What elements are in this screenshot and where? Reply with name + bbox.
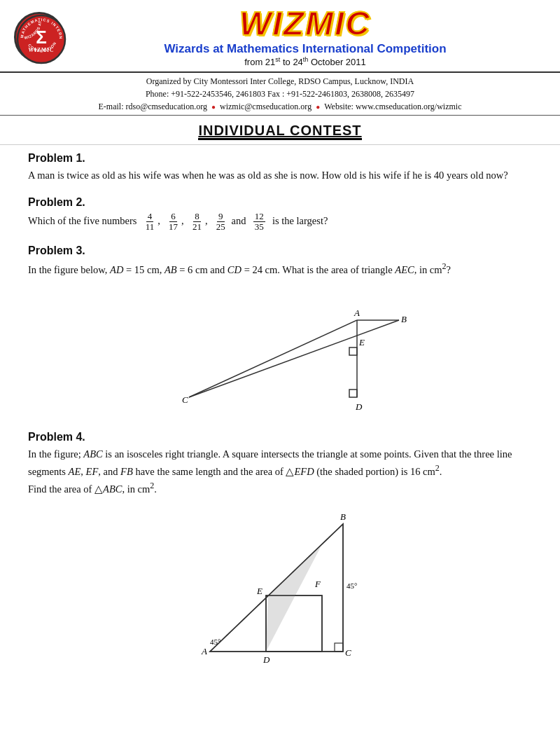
contest-title-section: INDIVIDUAL CONTEST xyxy=(0,116,560,145)
frac-den: 17 xyxy=(167,222,179,232)
problem-1: Problem 1. A man is twice as old as his … xyxy=(28,152,532,183)
header-center: WIZMIC Wizards at Mathematics Internatio… xyxy=(64,7,546,67)
svg-text:A: A xyxy=(201,646,207,656)
svg-text:C: C xyxy=(345,647,351,658)
frac-den: 25 xyxy=(215,222,227,232)
svg-text:D: D xyxy=(355,401,363,412)
problem-4-body: In the figure; ABC is an isosceles right… xyxy=(28,446,532,497)
event-dates: from 21st to 24th October 2011 xyxy=(71,56,539,67)
problem-1-title: Problem 1. xyxy=(28,152,532,165)
frac-num: 6 xyxy=(169,212,177,222)
dot2: ● xyxy=(316,102,320,112)
problem-4: Problem 4. In the figure; ABC is an isos… xyxy=(28,431,532,673)
frac-den: 21 xyxy=(191,222,203,232)
problem-2-suffix: is the largest? xyxy=(272,215,328,226)
frac-den: 35 xyxy=(253,222,265,232)
brand-title: WIZMIC xyxy=(71,7,539,41)
contest-title-text: INDIVIDUAL CONTEST xyxy=(198,123,361,140)
svg-text:A: A xyxy=(354,308,360,318)
brand-subtitle: Wizards at Mathematics International Com… xyxy=(71,42,539,56)
problem-3: Problem 3. In the figure below, AD = 15 … xyxy=(28,245,532,418)
logo: MATHEMATICS INTERNATIONAL COMPETITION WI… xyxy=(14,12,64,62)
fraction-12-35: 12 35 xyxy=(253,212,265,233)
problem-1-body: A man is twice as old as his wife was wh… xyxy=(28,167,532,183)
problem-2-prefix: Which of the five numbers xyxy=(28,215,136,226)
svg-rect-10 xyxy=(349,390,357,397)
figure-4: B 45° F E A D C 45° xyxy=(28,504,532,673)
frac-den: 11 xyxy=(144,222,156,232)
svg-line-7 xyxy=(189,320,399,397)
svg-rect-11 xyxy=(349,347,357,355)
svg-text:D: D xyxy=(262,654,270,665)
frac-num: 12 xyxy=(253,212,265,222)
header: MATHEMATICS INTERNATIONAL COMPETITION WI… xyxy=(0,0,560,73)
svg-text:B: B xyxy=(340,511,346,522)
frac-num: 8 xyxy=(193,212,201,222)
problem-4-title: Problem 4. xyxy=(28,431,532,443)
contact-info: Organized by City Montessori Inter Colle… xyxy=(0,73,560,116)
svg-text:C: C xyxy=(182,394,188,405)
svg-text:F: F xyxy=(314,579,321,589)
svg-text:45°: 45° xyxy=(346,581,357,590)
problem-2-body: Which of the five numbers 4 11 , 6 17 , … xyxy=(28,212,532,233)
fraction-4-11: 4 11 xyxy=(144,212,156,233)
frac-num: 9 xyxy=(217,212,225,222)
fraction-6-17: 6 17 xyxy=(167,212,179,233)
svg-text:WIZMIC: WIZMIC xyxy=(29,47,55,53)
svg-text:B: B xyxy=(401,314,407,324)
problem-2: Problem 2. Which of the five numbers 4 1… xyxy=(28,196,532,233)
frac-num: 4 xyxy=(146,212,154,222)
svg-marker-21 xyxy=(210,524,343,652)
problem-3-body: In the figure below, AD = 15 cm, AB = 6 … xyxy=(28,260,532,277)
svg-text:Σ: Σ xyxy=(36,27,47,48)
page: MATHEMATICS INTERNATIONAL COMPETITION WI… xyxy=(0,0,560,730)
fraction-8-21: 8 21 xyxy=(191,212,203,233)
svg-text:E: E xyxy=(256,586,262,596)
fraction-9-25: 9 25 xyxy=(215,212,227,233)
figure-3: A B E C D xyxy=(28,285,532,418)
problems-section: Problem 1. A man is twice as old as his … xyxy=(0,145,560,691)
phone-line: Phone: +91-522-2453546, 2461803 Fax : +9… xyxy=(14,88,546,100)
email-row: E-mail: rdso@cmseducation.org ● wizmic@c… xyxy=(14,100,546,113)
svg-text:45°: 45° xyxy=(210,638,220,646)
dot1: ● xyxy=(211,102,216,112)
svg-text:E: E xyxy=(358,337,365,347)
svg-marker-19 xyxy=(266,544,322,652)
svg-line-6 xyxy=(189,320,357,397)
organized-line: Organized by City Montessori Inter Colle… xyxy=(14,75,546,88)
problem-2-title: Problem 2. xyxy=(28,196,532,209)
problem-3-title: Problem 3. xyxy=(28,245,532,257)
svg-rect-22 xyxy=(335,643,343,652)
